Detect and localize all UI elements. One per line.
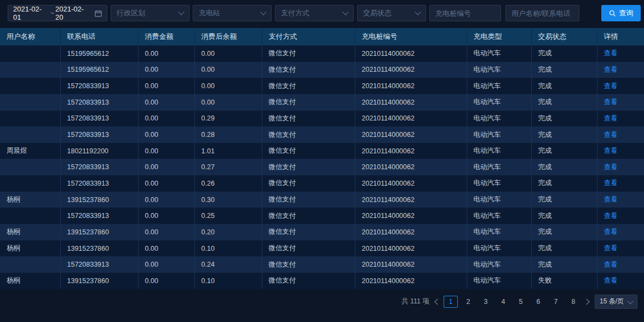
cell-status: 完成 [531, 94, 597, 111]
table-row: 151959656120.000.00微信支付20210114000062电动汽… [0, 62, 644, 78]
table-row: 杨桐139152378600.000.10微信支付20210114000062电… [0, 240, 644, 257]
cell-balance: 0.00 [194, 94, 262, 111]
cell-charge-type: 电动汽车 [467, 208, 531, 224]
cell-user-name [0, 62, 60, 78]
cell-phone: 13915237860 [60, 192, 138, 208]
cell-phone: 15720833913 [60, 127, 138, 143]
station-select[interactable]: 充电站 [193, 5, 272, 21]
page-size-select[interactable]: 15 条/页 [595, 295, 637, 309]
page-button-8[interactable]: 8 [566, 296, 580, 308]
cell-user-name [0, 78, 60, 94]
payment-select-placeholder: 支付方式 [281, 8, 309, 18]
user-search-field [505, 5, 579, 21]
cell-balance: 0.27 [194, 159, 262, 175]
cell-details: 查看 [597, 111, 644, 127]
view-details-link[interactable]: 查看 [604, 66, 618, 73]
cell-details: 查看 [597, 192, 644, 208]
start-date-value[interactable]: 2021-02-01 [13, 5, 49, 21]
cell-pile-number: 20210114000062 [355, 192, 467, 208]
end-date-value[interactable]: 2021-02-20 [55, 5, 91, 21]
cell-status: 完成 [531, 240, 597, 257]
cell-status: 完成 [531, 256, 597, 273]
cell-amount: 0.00 [138, 192, 194, 208]
table-row: 杨桐139152378600.000.20微信支付20210114000062电… [0, 224, 644, 240]
region-select[interactable]: 行政区划 [111, 5, 189, 21]
cell-payment-method: 微信支付 [262, 94, 355, 111]
cell-phone: 18021192200 [60, 143, 138, 159]
cell-status: 完成 [531, 192, 597, 208]
cell-status: 完成 [531, 78, 597, 94]
cell-amount: 0.00 [138, 62, 194, 78]
view-details-link[interactable]: 查看 [604, 98, 618, 106]
page-button-7[interactable]: 7 [549, 296, 563, 308]
page-button-3[interactable]: 3 [479, 296, 493, 308]
cell-phone: 15720833913 [60, 94, 138, 111]
view-details-link[interactable]: 查看 [604, 261, 618, 268]
cell-payment-method: 微信支付 [262, 224, 355, 240]
cell-pile-number: 20210114000062 [355, 143, 467, 159]
header-row: 用户名称联系电话消费金额消费后余额支付方式充电桩编号充电类型交易状态详情 [0, 28, 644, 45]
cell-pile-number: 20210114000062 [355, 111, 467, 127]
view-details-link[interactable]: 查看 [604, 49, 618, 57]
page-button-1[interactable]: 1 [444, 296, 458, 308]
cell-payment-method: 微信支付 [262, 78, 355, 94]
search-icon [609, 10, 616, 17]
view-details-link[interactable]: 查看 [604, 147, 618, 154]
page-list: 12345678 [444, 296, 580, 308]
view-details-link[interactable]: 查看 [604, 131, 618, 139]
cell-amount: 0.00 [138, 94, 194, 111]
cell-amount: 0.00 [138, 143, 194, 159]
cell-status: 完成 [531, 45, 597, 62]
cell-balance: 0.10 [194, 240, 262, 257]
chevron-down-icon [415, 9, 421, 15]
cell-phone: 15195965612 [60, 45, 138, 62]
transactions-table: 用户名称联系电话消费金额消费后余额支付方式充电桩编号充电类型交易状态详情 151… [0, 28, 644, 289]
transaction-status-select[interactable]: 交易状态 [357, 5, 426, 21]
cell-phone: 15720833913 [60, 208, 138, 224]
cell-pile-number: 20210114000062 [355, 256, 467, 273]
view-details-link[interactable]: 查看 [604, 196, 618, 203]
view-details-link[interactable]: 查看 [604, 179, 618, 187]
search-button[interactable]: 查询 [601, 5, 641, 21]
cell-details: 查看 [597, 256, 644, 273]
prev-page-icon[interactable] [434, 298, 440, 304]
pile-number-input[interactable] [435, 9, 495, 18]
cell-amount: 0.00 [138, 45, 194, 62]
next-page-icon[interactable] [583, 298, 589, 304]
table-row: 157208339130.000.27微信支付20210114000062电动汽… [0, 159, 644, 175]
view-details-link[interactable]: 查看 [604, 228, 618, 235]
cell-balance: 0.00 [194, 62, 262, 78]
page-button-4[interactable]: 4 [496, 296, 510, 308]
table-row: 157208339130.000.00微信支付20210114000062电动汽… [0, 78, 644, 94]
cell-pile-number: 20210114000062 [355, 240, 467, 257]
date-range-picker[interactable]: 2021-02-01 ~ 2021-02-20 [8, 5, 107, 21]
cell-amount: 0.00 [138, 208, 194, 224]
cell-balance: 0.29 [194, 111, 262, 127]
table-row: 157208339130.000.24微信支付20210114000062电动汽… [0, 256, 644, 273]
column-header: 充电类型 [467, 28, 531, 45]
user-search-input[interactable] [511, 9, 573, 18]
column-header: 联系电话 [60, 28, 138, 45]
page-button-5[interactable]: 5 [514, 296, 528, 308]
payment-method-select[interactable]: 支付方式 [275, 5, 354, 21]
view-details-link[interactable]: 查看 [604, 277, 618, 284]
cell-details: 查看 [597, 94, 644, 111]
page-size-label: 15 条/页 [600, 297, 624, 306]
table-row: 157208339130.000.29微信支付20210114000062电动汽… [0, 111, 644, 127]
view-details-link[interactable]: 查看 [604, 82, 618, 90]
column-header: 充电桩编号 [355, 28, 467, 45]
view-details-link[interactable]: 查看 [604, 163, 618, 171]
view-details-link[interactable]: 查看 [604, 244, 618, 252]
view-details-link[interactable]: 查看 [604, 114, 618, 122]
cell-pile-number: 20210114000062 [355, 175, 467, 192]
page-button-2[interactable]: 2 [461, 296, 475, 308]
cell-balance: 0.10 [194, 273, 262, 289]
view-details-link[interactable]: 查看 [604, 212, 618, 220]
cell-charge-type: 电动汽车 [467, 45, 531, 62]
cell-amount: 0.00 [138, 224, 194, 240]
cell-status: 完成 [531, 111, 597, 127]
cell-charge-type: 电动汽车 [467, 192, 531, 208]
chevron-down-icon [342, 9, 348, 15]
cell-pile-number: 20210114000062 [355, 62, 467, 78]
page-button-6[interactable]: 6 [531, 296, 545, 308]
